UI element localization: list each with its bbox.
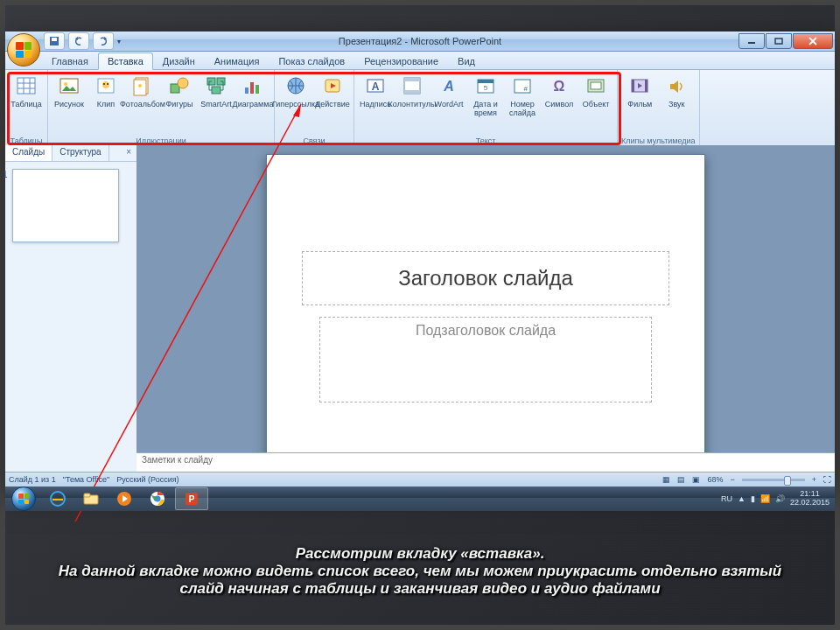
ribbon-table-button[interactable]: Таблица [9,72,44,136]
ribbon-clip-button[interactable]: Клип [88,72,123,136]
view-sorter-icon[interactable]: ▤ [677,475,685,484]
notes-pane[interactable]: Заметки к слайду [136,452,835,472]
status-slide: Слайд 1 из 1 [9,475,56,484]
ribbon-group-Связи: ГиперссылкаДействиеСвязи [275,70,354,147]
svg-point-13 [138,84,142,88]
minimize-button[interactable] [738,33,765,49]
sound-icon [664,74,689,98]
status-theme: "Тема Office" [63,475,109,484]
zoom-in-icon[interactable]: + [812,475,816,484]
title-bar: ▾ Презентация2 - Microsoft PowerPoint [5,32,835,52]
svg-rect-20 [250,82,254,94]
ribbon-object-button[interactable]: Объект [578,72,613,136]
taskbar-powerpoint-icon[interactable]: P [175,487,208,510]
tray-clock[interactable]: 21:11 22.02.2015 [790,490,830,508]
panel-tab-slides[interactable]: Слайды [5,145,52,161]
ribbon-headerfooter-button[interactable]: Колонтитулы [395,72,430,136]
ribbon-wordart-button[interactable]: AWordArt [431,72,466,136]
tray-battery-icon[interactable]: ▮ [751,494,755,503]
taskbar-explorer-icon[interactable] [75,488,107,509]
ribbon-chart-button[interactable]: Диаграмма [235,72,270,136]
svg-point-9 [103,83,105,85]
start-button[interactable] [7,487,40,510]
office-button[interactable] [7,33,40,66]
ribbon-tab-Вставка[interactable]: Вставка [98,52,153,70]
svg-text:5: 5 [484,84,488,92]
qat-undo-icon[interactable] [68,32,89,50]
zoom-out-icon[interactable]: − [730,475,734,484]
textbox-icon: A [363,74,388,98]
svg-rect-19 [245,88,248,94]
ribbon-tab-Рецензирование[interactable]: Рецензирование [354,52,448,69]
picture-icon [57,74,81,98]
ribbon-photoalbum-button[interactable]: Фотоальбом [125,72,160,136]
powerpoint-window: ▾ Презентация2 - Microsoft PowerPoint Гл… [5,32,835,486]
taskbar-chrome-icon[interactable] [142,488,173,509]
ribbon-button-label: SmartArt [200,100,232,108]
panel-tab-outline[interactable]: Структура [52,145,108,161]
ribbon-button-label: Номер слайда [505,100,540,117]
windows-taskbar: P RU ▲ ▮ 📶 🔊 21:11 22.02.2015 [5,486,835,511]
ribbon-button-label: Объект [583,100,610,108]
ribbon-button-label: Гиперссылка [272,100,319,108]
ribbon-group-Текст: AНадписьКолонтитулыAWordArt5Дата и время… [354,70,618,147]
ribbon-button-label: Диаграмма [233,100,274,108]
ribbon-tab-Показ слайдов[interactable]: Показ слайдов [269,52,354,69]
ribbon-tab-Вид[interactable]: Вид [448,52,485,69]
ribbon-tab-Главная[interactable]: Главная [42,52,98,69]
shapes-icon [167,74,192,98]
taskbar-wmp-icon[interactable] [108,488,140,509]
ribbon-slidenum-button[interactable]: #Номер слайда [505,72,540,136]
qat-dropdown-icon[interactable]: ▾ [117,38,121,46]
svg-rect-21 [256,85,259,94]
taskbar-ie-icon[interactable] [42,488,74,509]
svg-text:#: # [524,85,528,93]
ribbon-button-label: WordArt [435,100,464,108]
zoom-slider[interactable] [742,479,805,481]
view-slideshow-icon[interactable]: ▣ [692,475,700,484]
title-placeholder[interactable]: Заголовок слайда [302,251,669,305]
tray-flag-icon[interactable]: ▲ [738,494,746,503]
ribbon-sound-button[interactable]: Звук [659,72,694,136]
view-normal-icon[interactable]: ▦ [662,475,670,484]
svg-text:P: P [189,494,195,504]
ribbon-tab-Анимация[interactable]: Анимация [205,52,270,69]
tray-network-icon[interactable]: 📶 [760,494,770,503]
ribbon-tab-Дизайн[interactable]: Дизайн [153,52,205,69]
ribbon-button-label: Колонтитулы [388,100,437,108]
wordart-icon: A [437,74,461,98]
annotation-caption: Рассмотрим вкладку «вставка». На данной … [5,517,835,625]
ribbon-smartart-button[interactable]: SmartArt [199,72,234,136]
status-bar: Слайд 1 из 1 "Тема Office" Русский (Росс… [5,472,835,486]
svg-rect-34 [514,80,530,93]
ribbon-button-label: Клип [97,100,115,108]
maximize-button[interactable] [766,33,792,49]
qat-save-icon[interactable] [44,32,65,50]
ribbon-datetime-button[interactable]: 5Дата и время [468,72,503,136]
subtitle-placeholder[interactable]: Подзаголовок слайда [319,317,652,402]
slide-thumbnail[interactable] [12,169,119,242]
ribbon-action-button[interactable]: Действие [315,72,350,136]
panel-close-icon[interactable]: × [121,145,136,161]
slide-canvas[interactable]: Заголовок слайда Подзаголовок слайда [266,154,705,452]
fit-slide-icon[interactable]: ⛶ [823,475,831,484]
ribbon-group-Клипы мультимедиа: ФильмЗвукКлипы мультимедиа [618,70,700,147]
tray-volume-icon[interactable]: 🔊 [775,494,785,503]
ribbon-shapes-button[interactable]: Фигуры [162,72,197,136]
tray-lang[interactable]: RU [721,494,732,503]
ribbon-symbol-button[interactable]: ΩСимвол [542,72,577,136]
ribbon-movie-button[interactable]: Фильм [622,72,657,136]
symbol-icon: Ω [547,74,571,98]
status-language[interactable]: Русский (Россия) [116,475,178,484]
ribbon-picture-button[interactable]: Рисунок [52,72,87,136]
zoom-level[interactable]: 68% [707,475,723,484]
table-icon [14,74,38,98]
datetime-icon: 5 [473,74,498,98]
svg-rect-18 [212,87,220,94]
action-icon [320,74,345,98]
qat-redo-icon[interactable] [93,32,114,50]
ribbon-hyperlink-button[interactable]: Гиперссылка [278,72,313,136]
svg-rect-47 [84,494,90,497]
svg-text:A: A [443,79,454,94]
close-button[interactable] [793,33,833,49]
